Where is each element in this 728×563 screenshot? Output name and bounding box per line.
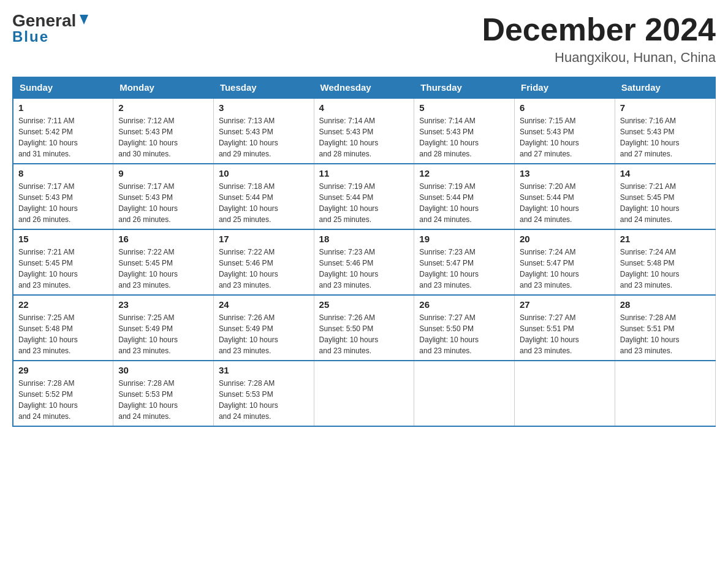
calendar-cell: 23Sunrise: 7:25 AMSunset: 5:49 PMDayligh… bbox=[113, 295, 214, 361]
day-info: Sunrise: 7:14 AMSunset: 5:43 PMDaylight:… bbox=[419, 115, 509, 159]
day-info: Sunrise: 7:22 AMSunset: 5:45 PMDaylight:… bbox=[118, 247, 208, 291]
day-number: 17 bbox=[219, 234, 309, 244]
calendar-cell bbox=[615, 361, 715, 426]
title-block: December 2024 Huangxikou, Hunan, China bbox=[482, 12, 716, 66]
calendar-cell: 1Sunrise: 7:11 AMSunset: 5:42 PMDaylight… bbox=[13, 98, 113, 164]
day-info: Sunrise: 7:27 AMSunset: 5:51 PMDaylight:… bbox=[520, 312, 610, 356]
day-number: 13 bbox=[520, 168, 610, 178]
day-info: Sunrise: 7:15 AMSunset: 5:43 PMDaylight:… bbox=[520, 115, 610, 159]
day-info: Sunrise: 7:18 AMSunset: 5:44 PMDaylight:… bbox=[219, 181, 309, 225]
day-header-tuesday: Tuesday bbox=[213, 77, 314, 99]
calendar-cell: 15Sunrise: 7:21 AMSunset: 5:45 PMDayligh… bbox=[13, 229, 113, 295]
day-info: Sunrise: 7:28 AMSunset: 5:51 PMDaylight:… bbox=[620, 312, 710, 356]
day-number: 23 bbox=[118, 299, 208, 310]
calendar-cell: 6Sunrise: 7:15 AMSunset: 5:43 PMDaylight… bbox=[515, 98, 615, 164]
day-number: 5 bbox=[419, 102, 509, 113]
day-number: 25 bbox=[319, 299, 409, 310]
day-number: 26 bbox=[419, 299, 509, 310]
day-info: Sunrise: 7:24 AMSunset: 5:47 PMDaylight:… bbox=[520, 247, 610, 291]
day-header-wednesday: Wednesday bbox=[314, 77, 414, 99]
day-header-friday: Friday bbox=[515, 77, 615, 99]
day-info: Sunrise: 7:25 AMSunset: 5:49 PMDaylight:… bbox=[118, 312, 208, 356]
day-number: 20 bbox=[520, 234, 610, 244]
calendar-week-row: 1Sunrise: 7:11 AMSunset: 5:42 PMDaylight… bbox=[13, 98, 715, 164]
logo-main-text: General bbox=[12, 12, 76, 29]
calendar-table: SundayMondayTuesdayWednesdayThursdayFrid… bbox=[12, 77, 716, 427]
day-info: Sunrise: 7:19 AMSunset: 5:44 PMDaylight:… bbox=[419, 181, 509, 225]
calendar-week-row: 8Sunrise: 7:17 AMSunset: 5:43 PMDaylight… bbox=[13, 164, 715, 229]
day-info: Sunrise: 7:20 AMSunset: 5:44 PMDaylight:… bbox=[520, 181, 610, 225]
day-header-saturday: Saturday bbox=[615, 77, 715, 99]
page-header: General Blue December 2024 Huangxikou, H… bbox=[12, 12, 716, 66]
calendar-cell: 25Sunrise: 7:26 AMSunset: 5:50 PMDayligh… bbox=[314, 295, 414, 361]
calendar-cell: 9Sunrise: 7:17 AMSunset: 5:43 PMDaylight… bbox=[113, 164, 214, 229]
day-number: 10 bbox=[219, 168, 309, 178]
day-header-monday: Monday bbox=[113, 77, 214, 99]
day-number: 3 bbox=[219, 102, 309, 113]
day-number: 27 bbox=[520, 299, 610, 310]
calendar-cell: 28Sunrise: 7:28 AMSunset: 5:51 PMDayligh… bbox=[615, 295, 715, 361]
calendar-cell: 21Sunrise: 7:24 AMSunset: 5:48 PMDayligh… bbox=[615, 229, 715, 295]
calendar-cell: 5Sunrise: 7:14 AMSunset: 5:43 PMDaylight… bbox=[414, 98, 515, 164]
day-number: 30 bbox=[118, 365, 208, 375]
day-info: Sunrise: 7:21 AMSunset: 5:45 PMDaylight:… bbox=[620, 181, 710, 225]
day-number: 16 bbox=[118, 234, 208, 244]
calendar-cell: 24Sunrise: 7:26 AMSunset: 5:49 PMDayligh… bbox=[213, 295, 314, 361]
calendar-cell: 29Sunrise: 7:28 AMSunset: 5:52 PMDayligh… bbox=[13, 361, 113, 426]
day-info: Sunrise: 7:28 AMSunset: 5:53 PMDaylight:… bbox=[219, 378, 309, 422]
calendar-cell bbox=[314, 361, 414, 426]
day-info: Sunrise: 7:26 AMSunset: 5:49 PMDaylight:… bbox=[219, 312, 309, 356]
calendar-cell: 22Sunrise: 7:25 AMSunset: 5:48 PMDayligh… bbox=[13, 295, 113, 361]
day-number: 7 bbox=[620, 102, 710, 113]
day-info: Sunrise: 7:17 AMSunset: 5:43 PMDaylight:… bbox=[18, 181, 108, 225]
day-info: Sunrise: 7:22 AMSunset: 5:46 PMDaylight:… bbox=[219, 247, 309, 291]
calendar-week-row: 15Sunrise: 7:21 AMSunset: 5:45 PMDayligh… bbox=[13, 229, 715, 295]
calendar-week-row: 22Sunrise: 7:25 AMSunset: 5:48 PMDayligh… bbox=[13, 295, 715, 361]
day-number: 1 bbox=[18, 102, 108, 113]
svg-marker-0 bbox=[80, 15, 88, 25]
calendar-cell: 10Sunrise: 7:18 AMSunset: 5:44 PMDayligh… bbox=[213, 164, 314, 229]
calendar-cell: 20Sunrise: 7:24 AMSunset: 5:47 PMDayligh… bbox=[515, 229, 615, 295]
day-info: Sunrise: 7:24 AMSunset: 5:48 PMDaylight:… bbox=[620, 247, 710, 291]
calendar-cell: 12Sunrise: 7:19 AMSunset: 5:44 PMDayligh… bbox=[414, 164, 515, 229]
day-info: Sunrise: 7:25 AMSunset: 5:48 PMDaylight:… bbox=[18, 312, 108, 356]
day-number: 15 bbox=[18, 234, 108, 244]
calendar-cell: 16Sunrise: 7:22 AMSunset: 5:45 PMDayligh… bbox=[113, 229, 214, 295]
calendar-cell: 17Sunrise: 7:22 AMSunset: 5:46 PMDayligh… bbox=[213, 229, 314, 295]
day-info: Sunrise: 7:23 AMSunset: 5:47 PMDaylight:… bbox=[419, 247, 509, 291]
calendar-cell bbox=[515, 361, 615, 426]
calendar-cell: 18Sunrise: 7:23 AMSunset: 5:46 PMDayligh… bbox=[314, 229, 414, 295]
day-header-thursday: Thursday bbox=[414, 77, 515, 99]
logo-sub-text: Blue bbox=[12, 28, 49, 45]
month-title: December 2024 bbox=[482, 12, 716, 47]
calendar-cell: 19Sunrise: 7:23 AMSunset: 5:47 PMDayligh… bbox=[414, 229, 515, 295]
day-info: Sunrise: 7:19 AMSunset: 5:44 PMDaylight:… bbox=[319, 181, 409, 225]
day-number: 4 bbox=[319, 102, 409, 113]
day-info: Sunrise: 7:13 AMSunset: 5:43 PMDaylight:… bbox=[219, 115, 309, 159]
day-number: 12 bbox=[419, 168, 509, 178]
day-number: 31 bbox=[219, 365, 309, 375]
day-info: Sunrise: 7:26 AMSunset: 5:50 PMDaylight:… bbox=[319, 312, 409, 356]
day-info: Sunrise: 7:14 AMSunset: 5:43 PMDaylight:… bbox=[319, 115, 409, 159]
location-title: Huangxikou, Hunan, China bbox=[482, 50, 716, 66]
day-number: 6 bbox=[520, 102, 610, 113]
day-number: 24 bbox=[219, 299, 309, 310]
calendar-cell: 8Sunrise: 7:17 AMSunset: 5:43 PMDaylight… bbox=[13, 164, 113, 229]
day-info: Sunrise: 7:12 AMSunset: 5:43 PMDaylight:… bbox=[118, 115, 208, 159]
calendar-cell bbox=[414, 361, 515, 426]
day-number: 14 bbox=[620, 168, 710, 178]
day-info: Sunrise: 7:27 AMSunset: 5:50 PMDaylight:… bbox=[419, 312, 509, 356]
day-header-sunday: Sunday bbox=[13, 77, 113, 99]
calendar-cell: 31Sunrise: 7:28 AMSunset: 5:53 PMDayligh… bbox=[213, 361, 314, 426]
day-number: 29 bbox=[18, 365, 108, 375]
day-info: Sunrise: 7:16 AMSunset: 5:43 PMDaylight:… bbox=[620, 115, 710, 159]
day-number: 21 bbox=[620, 234, 710, 244]
logo-arrow-icon bbox=[77, 13, 91, 27]
day-number: 9 bbox=[118, 168, 208, 178]
day-number: 28 bbox=[620, 299, 710, 310]
calendar-cell: 14Sunrise: 7:21 AMSunset: 5:45 PMDayligh… bbox=[615, 164, 715, 229]
day-number: 2 bbox=[118, 102, 208, 113]
calendar-header-row: SundayMondayTuesdayWednesdayThursdayFrid… bbox=[13, 77, 715, 99]
day-info: Sunrise: 7:23 AMSunset: 5:46 PMDaylight:… bbox=[319, 247, 409, 291]
day-info: Sunrise: 7:11 AMSunset: 5:42 PMDaylight:… bbox=[18, 115, 108, 159]
